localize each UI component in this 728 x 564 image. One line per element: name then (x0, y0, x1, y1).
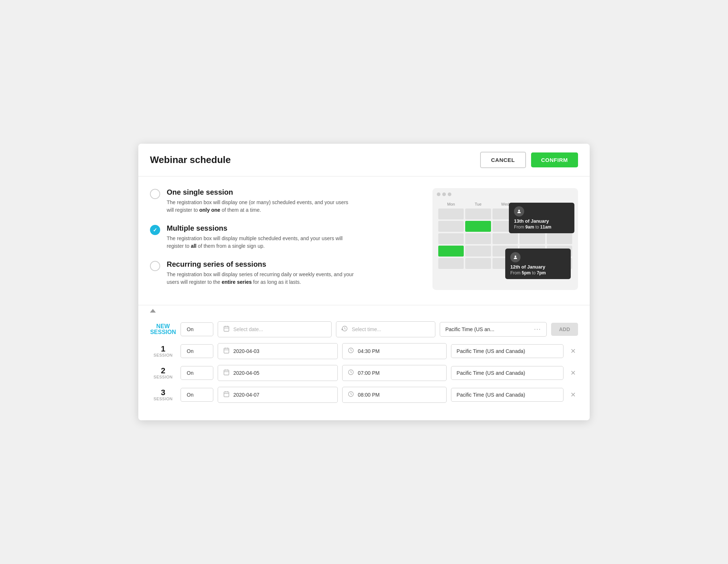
cal-cell (438, 221, 464, 232)
new-session-label: NEW Session (150, 323, 176, 335)
session-1-time-field[interactable]: 04:30 PM (342, 343, 447, 359)
session-2-time: 07:00 PM (358, 370, 380, 376)
session-3-time: 08:00 PM (358, 392, 380, 398)
session-3-number: 3 (150, 389, 176, 397)
new-session-date-field[interactable]: Select date... (218, 321, 332, 337)
cal-cell (519, 233, 545, 244)
window-dots (437, 192, 574, 196)
webinar-schedule-modal: Webinar schedule CANCEL CONFIRM One sing… (138, 144, 590, 420)
session-row-1: 1 SESSION On 2020-04-03 04:30 PM Pacific… (150, 343, 578, 359)
option-multiple-desc: The registration box will display multip… (167, 235, 356, 250)
cal-cell (465, 233, 491, 244)
session-2-date-field[interactable]: 2020-04-05 (218, 365, 338, 381)
calendar-tooltip-2: 12th of January From 5pm to 7pm (505, 249, 571, 279)
option-multiple: Multiple sessions The registration box w… (150, 224, 418, 250)
svg-rect-8 (224, 348, 229, 353)
tooltip-1-time: From 9am to 11am (514, 225, 569, 230)
new-session-time-field[interactable]: Select time... (336, 321, 435, 337)
dot-1 (437, 192, 440, 196)
tooltip-user-icon-1 (514, 206, 524, 217)
cal-cell (438, 208, 464, 219)
tooltip-1-date: 13th of January (514, 218, 569, 224)
modal-title: Webinar schedule (150, 154, 231, 166)
cal-cell (465, 258, 491, 269)
session-2-number: 2 (150, 367, 176, 375)
option-single-desc: The registration box will display one (o… (167, 199, 356, 214)
option-recurring-label: Recurring series of sessions (167, 260, 356, 269)
new-session-timezone-field[interactable]: Pacific Time (US an... ··· (440, 322, 546, 337)
session-2-time-field[interactable]: 07:00 PM (342, 365, 447, 381)
calendar-icon (223, 347, 230, 355)
clock-icon (348, 347, 354, 355)
cancel-button[interactable]: CANCEL (480, 152, 526, 168)
session-2-on-field[interactable]: On (181, 366, 213, 380)
session-3-date-field[interactable]: 2020-04-07 (218, 387, 338, 403)
svg-rect-2 (224, 326, 229, 331)
cal-cell (465, 246, 491, 257)
new-session-date-placeholder: Select date... (233, 326, 263, 332)
tooltip-user-icon-2 (510, 252, 521, 262)
radio-single[interactable] (150, 189, 160, 199)
chevron-up-icon[interactable] (150, 309, 156, 313)
session-2-label: 2 SESSION (150, 367, 176, 379)
divider-row (138, 305, 590, 313)
cal-header-tue: Tue (465, 201, 491, 207)
radio-multiple[interactable] (150, 225, 160, 235)
session-1-remove-button[interactable]: ✕ (568, 346, 578, 356)
cal-cell (438, 233, 464, 244)
sessions-section: NEW Session On Select date... Select tim… (138, 313, 590, 420)
session-row-3: 3 SESSION On 2020-04-07 08:00 PM Pacific… (150, 387, 578, 403)
cal-cell-green (465, 221, 491, 232)
cal-cell (547, 233, 572, 244)
session-1-on-field[interactable]: On (181, 344, 213, 358)
svg-point-1 (515, 255, 517, 257)
dot-2 (442, 192, 446, 196)
session-3-time-field[interactable]: 08:00 PM (342, 387, 447, 403)
session-3-on-field[interactable]: On (181, 388, 213, 402)
calendar-preview: Mon Tue Wed Thu Sun (432, 188, 578, 296)
session-3-timezone: Pacific Time (US and Canada) (456, 392, 525, 398)
calendar-icon (223, 369, 230, 377)
session-1-date: 2020-04-03 (233, 348, 260, 354)
option-single-label: One single session (167, 188, 356, 196)
calendar-window: Mon Tue Wed Thu Sun (432, 188, 578, 290)
session-row-2: 2 SESSION On 2020-04-05 07:00 PM Pacific… (150, 365, 578, 381)
options-panel: One single session The registration box … (150, 188, 418, 296)
session-1-date-field[interactable]: 2020-04-03 (218, 343, 338, 359)
confirm-button[interactable]: CONFIRM (531, 152, 578, 167)
radio-recurring[interactable] (150, 261, 160, 271)
session-3-timezone-field[interactable]: Pacific Time (US and Canada) (451, 388, 563, 402)
session-1-sublabel: SESSION (150, 353, 176, 357)
session-2-timezone-field[interactable]: Pacific Time (US and Canada) (451, 366, 563, 380)
tooltip-2-time: From 5pm to 7pm (510, 270, 566, 275)
session-3-remove-button[interactable]: ✕ (568, 390, 578, 400)
session-2-date: 2020-04-05 (233, 370, 260, 376)
cal-cell (492, 233, 518, 244)
option-multiple-label: Multiple sessions (167, 224, 356, 233)
session-2-remove-button[interactable]: ✕ (568, 368, 578, 378)
cal-cell (438, 258, 464, 269)
cal-cell-green2 (438, 246, 464, 257)
modal-header: Webinar schedule CANCEL CONFIRM (138, 144, 590, 176)
new-session-number: NEW Session (150, 323, 176, 335)
option-recurring-desc: The registration box will display series… (167, 271, 356, 286)
session-2-sublabel: SESSION (150, 375, 176, 379)
svg-rect-13 (224, 370, 229, 375)
session-2-timezone: Pacific Time (US and Canada) (456, 370, 525, 376)
session-1-time: 04:30 PM (358, 348, 380, 354)
add-session-button[interactable]: ADD (551, 323, 578, 336)
clock-icon (348, 369, 354, 377)
new-session-on-field[interactable]: On (181, 322, 213, 336)
calendar-icon (223, 325, 230, 333)
header-buttons: CANCEL CONFIRM (480, 152, 578, 168)
clock-icon (348, 391, 354, 399)
cal-header-mon: Mon (438, 201, 464, 207)
option-recurring: Recurring series of sessions The registr… (150, 260, 418, 286)
session-3-label: 3 SESSION (150, 389, 176, 401)
session-1-timezone-field[interactable]: Pacific Time (US and Canada) (451, 344, 563, 358)
session-3-sublabel: SESSION (150, 397, 176, 401)
tooltip-2-date: 12th of January (510, 264, 566, 270)
dots-icon[interactable]: ··· (534, 326, 541, 333)
new-session-time-placeholder: Select time... (352, 326, 381, 332)
clock-icon (341, 325, 348, 333)
